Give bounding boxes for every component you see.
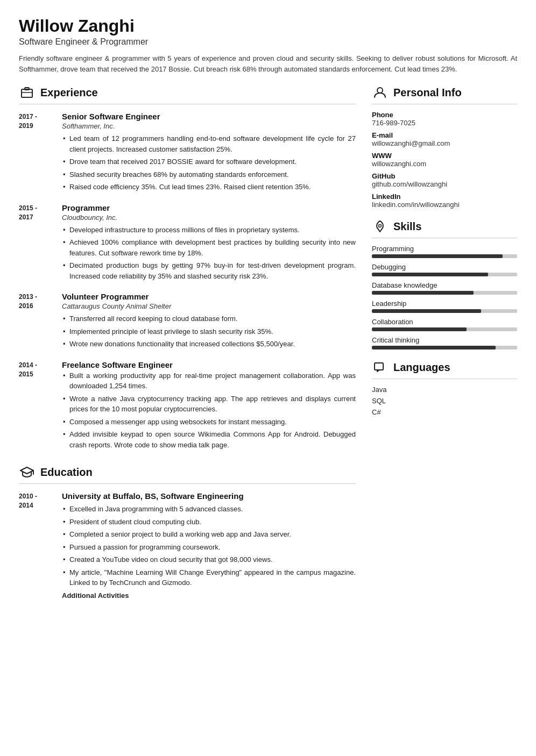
exp-bullets: Led team of 12 programmers handling end-… bbox=[62, 133, 356, 192]
skill-name: Programming bbox=[372, 245, 517, 253]
exp-bullet: Developed infrastructure to process mill… bbox=[62, 225, 356, 236]
skill-item: Critical thinking bbox=[372, 336, 517, 350]
experience-header: Experience bbox=[19, 84, 356, 104]
education-entries: 2010 -2014 University at Buffalo, BS, So… bbox=[19, 491, 356, 600]
right-column: Personal Info Phone 716-989-7025 E-mail … bbox=[372, 84, 517, 426]
skill-bar-fill bbox=[372, 254, 503, 258]
experience-entries: 2017 -2019 Senior Software Engineer Soft… bbox=[19, 112, 356, 452]
personal-info-header: Personal Info bbox=[372, 84, 517, 104]
exp-dates: 2015 -2017 bbox=[19, 203, 62, 284]
personal-info-item: LinkedIn linkedin.com/in/willowzanghi bbox=[372, 192, 517, 209]
personal-info-section: Personal Info Phone 716-989-7025 E-mail … bbox=[372, 84, 517, 209]
svg-rect-0 bbox=[22, 89, 32, 97]
skills-icon bbox=[372, 218, 388, 234]
personal-info-item: E-mail willowzanghi@gmail.com bbox=[372, 131, 517, 147]
edu-bullet: My article, "Machine Learning Will Chang… bbox=[62, 567, 356, 588]
languages-header: Languages bbox=[372, 359, 517, 379]
education-header: Education bbox=[19, 464, 356, 484]
skills-title: Skills bbox=[393, 220, 421, 233]
edu-bullets: Excelled in Java programming with 5 adva… bbox=[62, 504, 356, 588]
experience-entry: 2015 -2017 Programmer Cloudbouncy, Inc. … bbox=[19, 203, 356, 284]
exp-bullet: Led team of 12 programmers handling end-… bbox=[62, 133, 356, 154]
exp-bullet: Slashed security breaches 68% by automat… bbox=[62, 169, 356, 180]
svg-rect-7 bbox=[375, 363, 383, 370]
main-layout: Experience 2017 -2019 Senior Software En… bbox=[19, 84, 517, 609]
edu-bullet: Excelled in Java programming with 5 adva… bbox=[62, 504, 356, 515]
experience-entry: 2014 -2015 Freelance Software Engineer B… bbox=[19, 360, 356, 453]
experience-title: Experience bbox=[40, 87, 98, 99]
exp-bullet: Wrote a native Java cryptocurrency track… bbox=[62, 394, 356, 415]
exp-job-title: Programmer bbox=[62, 203, 356, 212]
skill-item: Collaboration bbox=[372, 318, 517, 331]
skill-item: Database knowledge bbox=[372, 281, 517, 295]
exp-job-title: Freelance Software Engineer bbox=[62, 360, 356, 369]
exp-bullet: Decimated production bugs by getting 97%… bbox=[62, 260, 356, 281]
education-entry: 2010 -2014 University at Buffalo, BS, So… bbox=[19, 491, 356, 600]
languages-section: Languages JavaSQLC# bbox=[372, 359, 517, 416]
exp-dates: 2013 -2016 bbox=[19, 292, 62, 352]
experience-icon bbox=[19, 84, 35, 101]
edu-bullet: Created a YouTube video on cloud securit… bbox=[62, 554, 356, 565]
skill-name: Collaboration bbox=[372, 318, 517, 326]
edu-bullet: President of student cloud computing clu… bbox=[62, 517, 356, 527]
exp-content: Programmer Cloudbouncy, Inc. Developed i… bbox=[62, 203, 356, 284]
exp-job-title: Senior Software Engineer bbox=[62, 112, 356, 121]
skill-bar-bg bbox=[372, 291, 517, 295]
skill-bar-fill bbox=[372, 309, 481, 313]
candidate-name: Willow Zanghi bbox=[19, 16, 517, 36]
svg-point-6 bbox=[379, 225, 382, 227]
personal-info-label: LinkedIn bbox=[372, 192, 517, 201]
skill-bar-fill bbox=[372, 327, 467, 331]
skill-bar-bg bbox=[372, 327, 517, 331]
skills-section: Skills Programming Debugging Database kn… bbox=[372, 218, 517, 350]
candidate-summary: Friendly software engineer & programmer … bbox=[19, 53, 517, 75]
skill-bar-bg bbox=[372, 309, 517, 313]
resume-header: Willow Zanghi Software Engineer & Progra… bbox=[19, 16, 517, 75]
education-section: Education 2010 -2014 University at Buffa… bbox=[19, 464, 356, 600]
skill-item: Programming bbox=[372, 245, 517, 258]
personal-info-label: GitHub bbox=[372, 172, 517, 180]
skill-bar-fill bbox=[372, 291, 474, 295]
personal-info-item: Phone 716-989-7025 bbox=[372, 111, 517, 127]
personal-info-item: WWW willowzanghi.com bbox=[372, 152, 517, 168]
personal-info-value: willowzanghi@gmail.com bbox=[372, 139, 517, 147]
exp-bullet: Raised code efficiency 35%. Cut lead tim… bbox=[62, 182, 356, 192]
skill-name: Debugging bbox=[372, 263, 517, 271]
exp-job-title: Volunteer Programmer bbox=[62, 292, 356, 301]
skill-bar-fill bbox=[372, 273, 488, 276]
edu-dates: 2010 -2014 bbox=[19, 491, 62, 600]
skill-bar-fill bbox=[372, 346, 496, 350]
exp-company: Softhammer, Inc. bbox=[62, 122, 356, 130]
exp-bullet: Achieved 100% compliance with developmen… bbox=[62, 237, 356, 258]
svg-point-5 bbox=[377, 88, 383, 93]
language-item: SQL bbox=[372, 397, 517, 405]
skill-bar-bg bbox=[372, 273, 517, 276]
language-item: C# bbox=[372, 408, 517, 416]
candidate-title: Software Engineer & Programmer bbox=[19, 37, 517, 47]
exp-bullets: Developed infrastructure to process mill… bbox=[62, 225, 356, 282]
languages-title: Languages bbox=[393, 361, 450, 374]
exp-bullet: Wrote new donations functionality that i… bbox=[62, 339, 356, 350]
personal-info-label: WWW bbox=[372, 152, 517, 160]
exp-bullet: Implemented principle of least privilege… bbox=[62, 326, 356, 337]
left-column: Experience 2017 -2019 Senior Software En… bbox=[19, 84, 356, 609]
exp-content: Volunteer Programmer Cattaraugus County … bbox=[62, 292, 356, 352]
experience-entry: 2017 -2019 Senior Software Engineer Soft… bbox=[19, 112, 356, 195]
skill-name: Database knowledge bbox=[372, 281, 517, 289]
skill-name: Leadership bbox=[372, 299, 517, 308]
languages-icon bbox=[372, 359, 388, 375]
exp-bullet: Composed a messenger app using websocket… bbox=[62, 417, 356, 427]
experience-entry: 2013 -2016 Volunteer Programmer Cattarau… bbox=[19, 292, 356, 352]
exp-dates: 2014 -2015 bbox=[19, 360, 62, 453]
experience-section: Experience 2017 -2019 Senior Software En… bbox=[19, 84, 356, 452]
exp-bullets: Built a working productivity app for rea… bbox=[62, 370, 356, 451]
personal-info-value: github.com/willowzanghi bbox=[372, 180, 517, 188]
personal-info-icon bbox=[372, 84, 388, 101]
personal-info-label: E-mail bbox=[372, 131, 517, 139]
exp-company: Cattaraugus County Animal Shelter bbox=[62, 302, 356, 310]
edu-bullet: Completed a senior project to build a wo… bbox=[62, 529, 356, 540]
skill-item: Leadership bbox=[372, 299, 517, 313]
exp-content: Freelance Software Engineer Built a work… bbox=[62, 360, 356, 453]
personal-info-value: linkedin.com/in/willowzanghi bbox=[372, 201, 517, 209]
edu-bullet: Pursued a passion for programming course… bbox=[62, 542, 356, 553]
